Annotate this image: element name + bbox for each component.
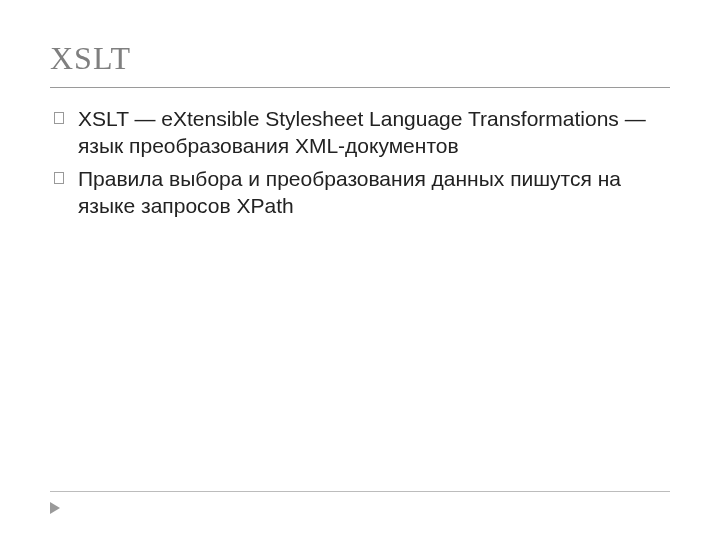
slide-footer: [50, 491, 670, 518]
slide: XSLT XSLT — eXtensible Stylesheet Langua…: [0, 0, 720, 540]
bullet-list: XSLT — eXtensible Stylesheet Language Tr…: [50, 106, 670, 220]
bullet-text: XSLT — eXtensible Stylesheet Language Tr…: [78, 107, 646, 157]
list-item: Правила выбора и преобразования данных п…: [50, 166, 670, 220]
list-item: XSLT — eXtensible Stylesheet Language Tr…: [50, 106, 670, 160]
slide-title: XSLT: [50, 40, 670, 77]
arrow-right-icon: [50, 502, 60, 514]
bullet-icon: [54, 112, 64, 124]
bullet-icon: [54, 172, 64, 184]
bullet-text: Правила выбора и преобразования данных п…: [78, 167, 621, 217]
title-container: XSLT: [50, 40, 670, 88]
